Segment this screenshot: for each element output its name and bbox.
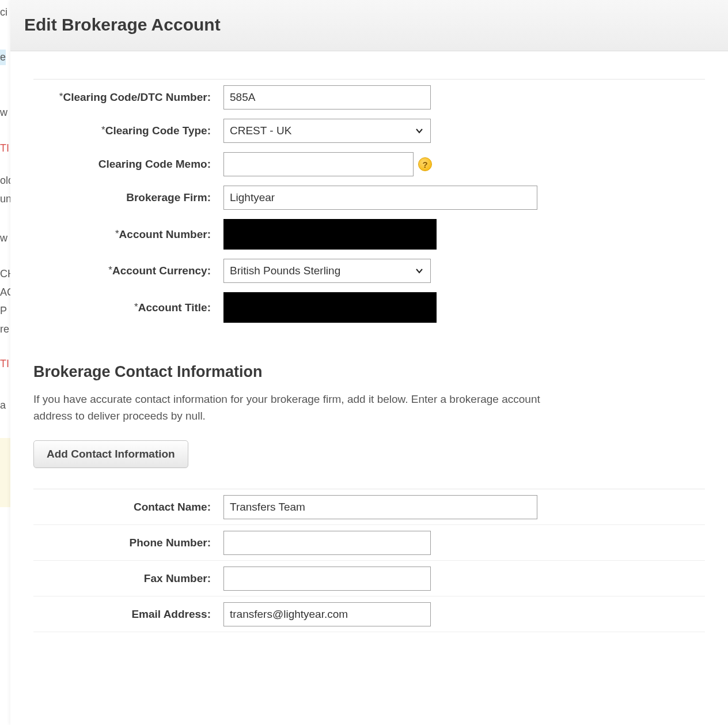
row-clearing-code: Clearing Code/DTC Number: <box>33 81 705 114</box>
bg-text: a <box>0 398 6 413</box>
bg-text: re <box>0 322 9 337</box>
label-phone-number: Phone Number: <box>33 537 223 549</box>
page-title: Edit Brokerage Account <box>24 15 714 35</box>
bg-text: w <box>0 105 7 120</box>
label-clearing-code: Clearing Code/DTC Number: <box>33 91 223 104</box>
input-clearing-code[interactable] <box>223 85 431 109</box>
contact-fields: Contact Name: Phone Number: Fax Number: <box>33 489 705 632</box>
bg-text: ci <box>0 5 7 20</box>
help-icon[interactable]: ? <box>418 157 432 171</box>
label-account-currency: Account Currency: <box>33 265 223 277</box>
row-account-currency: Account Currency: British Pounds Sterlin… <box>33 254 705 288</box>
label-account-title: Account Title: <box>33 301 223 314</box>
panel-header: Edit Brokerage Account <box>10 0 728 51</box>
row-phone-number: Phone Number: <box>33 525 705 561</box>
label-contact-name: Contact Name: <box>33 501 223 513</box>
bg-highlight <box>0 438 10 507</box>
input-email-address[interactable] <box>223 602 431 626</box>
label-email-address: Email Address: <box>33 608 223 621</box>
input-clearing-code-memo[interactable] <box>223 152 414 176</box>
input-brokerage-firm[interactable] <box>223 186 537 210</box>
row-clearing-code-type: Clearing Code Type: CREST - UK <box>33 114 705 148</box>
bg-text: P <box>0 303 7 319</box>
background-cropped-content: ci e w TI old un w CH AC P re TI a <box>0 0 10 725</box>
label-brokerage-firm: Brokerage Firm: <box>33 191 223 204</box>
contact-section-description: If you have accurate contact information… <box>33 391 540 424</box>
row-brokerage-firm: Brokerage Firm: <box>33 181 705 214</box>
row-account-number: Account Number: <box>33 214 705 254</box>
bg-text: TI <box>0 356 9 372</box>
chevron-down-icon <box>414 126 424 136</box>
label-clearing-code-memo: Clearing Code Memo: <box>33 158 223 171</box>
input-account-title-redacted[interactable] <box>223 292 437 323</box>
bg-text: TI <box>0 141 9 156</box>
contact-section-title: Brokerage Contact Information <box>33 363 705 381</box>
row-email-address: Email Address: <box>33 596 705 632</box>
chevron-down-icon <box>414 266 424 276</box>
bg-text: w <box>0 231 7 246</box>
row-account-title: Account Title: <box>33 288 705 327</box>
label-fax-number: Fax Number: <box>33 572 223 585</box>
bg-text: e <box>0 50 6 65</box>
row-fax-number: Fax Number: <box>33 561 705 596</box>
select-account-currency[interactable]: British Pounds Sterling <box>223 259 431 283</box>
select-clearing-code-type-value: CREST - UK <box>230 124 291 137</box>
input-fax-number[interactable] <box>223 567 431 591</box>
label-account-number: Account Number: <box>33 228 223 241</box>
brokerage-form: Clearing Code/DTC Number: Clearing Code … <box>33 79 705 327</box>
panel-body: Clearing Code/DTC Number: Clearing Code … <box>10 51 728 644</box>
edit-brokerage-panel: Edit Brokerage Account Clearing Code/DTC… <box>10 0 728 725</box>
input-phone-number[interactable] <box>223 531 431 555</box>
input-account-number-redacted[interactable] <box>223 219 437 250</box>
label-clearing-code-type: Clearing Code Type: <box>33 124 223 137</box>
input-contact-name[interactable] <box>223 495 537 519</box>
select-clearing-code-type[interactable]: CREST - UK <box>223 119 431 143</box>
add-contact-information-button[interactable]: Add Contact Information <box>33 440 188 468</box>
row-contact-name: Contact Name: <box>33 489 705 525</box>
row-clearing-code-memo: Clearing Code Memo: ? <box>33 148 705 181</box>
select-account-currency-value: British Pounds Sterling <box>230 265 340 277</box>
